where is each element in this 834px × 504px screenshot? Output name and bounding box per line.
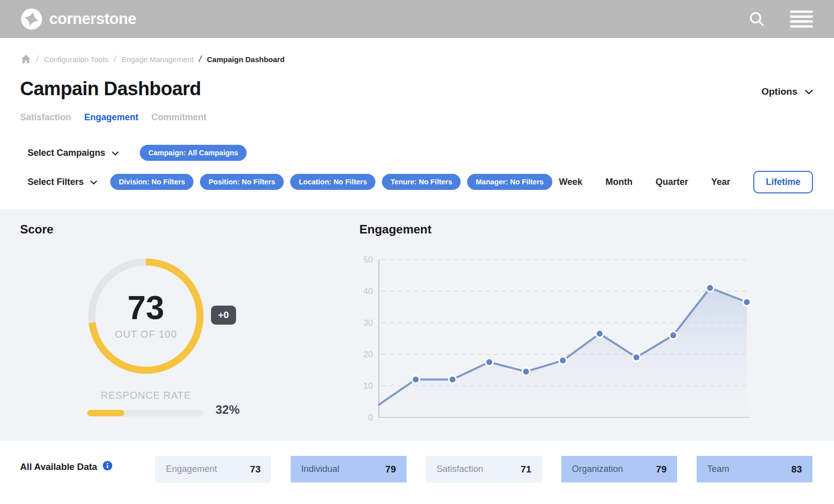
card-label: Team [707,464,729,474]
card-engagement[interactable]: Engagement73 [155,456,271,482]
card-label: Individual [301,464,339,474]
data-point-5 [559,357,567,364]
data-point-4 [522,368,530,375]
card-value: 71 [521,464,531,475]
info-icon[interactable] [103,461,112,473]
time-range-selector: WeekMonthQuarterYearLifetime [559,171,813,193]
card-organization[interactable]: Organization79 [561,456,677,482]
data-point-9 [706,284,714,292]
select-campaigns-label: Select Campaigns [28,148,105,158]
y-tick-10: 10 [363,381,373,391]
home-icon[interactable] [21,55,31,64]
score-cards: Engagement73Individual79Satisfaction71Or… [155,456,812,482]
engagement-line-chart: 50403020100 [346,253,754,423]
filter-pill-tenure[interactable]: Tenure: No Filters [382,174,461,190]
options-button[interactable]: Options [761,86,813,97]
all-available-data-label: All Available Data [20,461,97,472]
range-week[interactable]: Week [559,177,582,187]
card-value: 83 [791,464,802,475]
search-icon[interactable] [748,10,766,28]
y-tick-40: 40 [363,287,373,296]
card-value: 79 [656,464,667,475]
range-year[interactable]: Year [711,177,730,187]
card-label: Satisfaction [437,464,483,474]
score-max-label: OUT OF 100 [115,329,177,340]
all-available-data: All Available Data [20,461,112,473]
filter-pill-manager[interactable]: Manager: No Filters [467,174,552,190]
filter-pill-position[interactable]: Position: No Filters [200,174,284,190]
breadcrumb-items: /Configuration Tools/Engage Management/C… [36,54,285,64]
card-team[interactable]: Team83 [697,456,812,482]
y-tick-20: 20 [363,350,373,359]
campaign-select-row: Select Campaigns Campaign: All Campaigns [28,141,247,164]
breadcrumb-separator: / [35,54,40,64]
chevron-down-icon [112,148,119,158]
cornerstone-logo-icon [21,9,42,30]
data-point-3 [486,358,493,366]
card-label: Engagement [166,464,217,474]
range-quarter[interactable]: Quarter [656,177,688,187]
data-point-10 [743,299,751,306]
card-individual[interactable]: Individual79 [291,456,406,482]
response-rate-progress-fill [87,410,124,416]
page-title: Campain Dashboard [20,78,201,100]
y-tick-30: 30 [363,318,373,328]
range-lifetime[interactable]: Lifetime [753,171,813,193]
score-value: 73 [127,289,164,326]
bottom-summary-bar: All Available Data Engagement73Individua… [0,441,834,504]
top-app-bar: cornerstone [0,0,834,38]
data-point-7 [633,354,640,361]
chevron-down-icon [805,86,813,97]
filter-pills: Division: No FiltersPosition: No Filters… [110,174,552,190]
tab-satisfaction[interactable]: Satisfaction [20,112,71,123]
breadcrumb-item-engage-management[interactable]: Engage Management [122,55,193,64]
filter-pill-division[interactable]: Division: No Filters [110,174,193,190]
tab-engagement[interactable]: Engagement [84,112,138,123]
campaign-filter-pill[interactable]: Campaign: All Campaigns [140,145,247,161]
response-rate-progressbar [87,410,203,416]
brand-name: cornerstone [49,10,136,28]
data-point-2 [449,376,456,383]
range-month[interactable]: Month [605,177,633,187]
select-campaigns-dropdown[interactable]: Select Campaigns [28,148,119,158]
engagement-chart-heading: Engagement [359,222,432,236]
dashboard-panel: Score 73 OUT OF 100 +0 RESPONCE RATE 32%… [0,209,834,441]
data-point-8 [670,332,677,339]
area-fill [379,288,747,417]
breadcrumb-separator: / [113,54,117,64]
tab-commitment[interactable]: Commitment [151,112,206,123]
chevron-down-icon [90,177,97,187]
card-label: Organization [572,464,623,474]
breadcrumb-separator: / [198,54,202,64]
score-donut-chart: 73 OUT OF 100 [83,254,209,379]
score-delta-badge: +0 [211,306,236,325]
campaign-dashboard-page: cornerstone /Configuration Tools/Engage … [0,0,834,504]
response-rate-percent: 32% [216,403,240,417]
breadcrumb-item-campaign-dashboard: Campaign Dashboard [207,55,285,64]
y-tick-50: 50 [363,255,373,265]
y-tick-0: 0 [368,413,373,422]
breadcrumb: /Configuration Tools/Engage Management/C… [21,54,285,64]
score-heading: Score [20,222,54,236]
options-label: Options [761,86,797,97]
dashboard-tabs: SatisfactionEngagementCommitment [20,112,206,123]
data-point-6 [596,330,603,338]
filter-pill-location[interactable]: Location: No Filters [290,174,375,190]
filters-row: Select Filters Division: No FiltersPosit… [28,170,813,193]
menu-icon[interactable] [790,11,813,28]
data-point-1 [412,376,420,383]
card-satisfaction[interactable]: Satisfaction71 [426,456,542,482]
response-rate-label: RESPONCE RATE [83,390,209,401]
select-filters-dropdown[interactable]: Select Filters [28,177,97,187]
card-value: 73 [250,464,261,475]
breadcrumb-item-configuration-tools[interactable]: Configuration Tools [44,55,108,64]
card-value: 79 [385,464,396,475]
select-filters-label: Select Filters [28,177,84,187]
